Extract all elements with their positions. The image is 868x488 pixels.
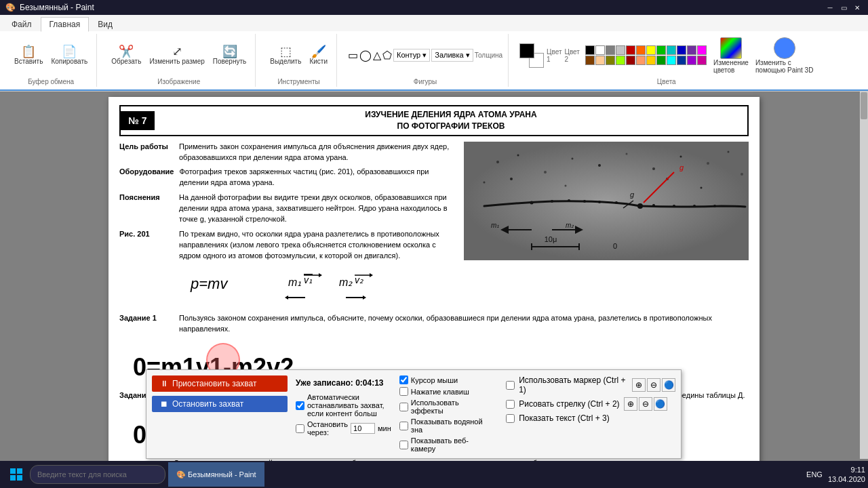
tools-btns: ⬚ Выделить 🖌️ Кисти	[267, 35, 331, 75]
paste-button[interactable]: 📋 Вставить	[11, 43, 46, 67]
pause-capture-button[interactable]: ⏸ Приостановить захват	[152, 375, 288, 392]
taskbar-search-input[interactable]	[30, 465, 165, 484]
color-cyan[interactable]	[667, 56, 676, 65]
fig201-text: По трекам видно, что осколки ядра урана …	[179, 229, 453, 262]
shapes-icon-4[interactable]: ⬠	[382, 49, 392, 62]
svg-point-24	[652, 204, 655, 207]
brushes-button[interactable]: 🖌️ Кисти	[306, 43, 331, 67]
stop-capture-button[interactable]: ⏹ Остановить захват	[152, 396, 288, 412]
shapes-icon-2[interactable]: ◯	[359, 49, 372, 62]
marker-icon-3[interactable]: 🔵	[662, 378, 675, 392]
color-salmon[interactable]	[636, 56, 646, 65]
lab-title-box: № 7 ИЗУЧЕНИЕ ДЕЛЕНИЯ ЯДРА АТОМА УРАНА ПО…	[119, 105, 749, 136]
tab-home[interactable]: Главная	[41, 17, 90, 32]
paint3d-label[interactable]: Изменить спомощью Paint 3D	[755, 59, 813, 74]
keypress-checkbox[interactable]	[399, 387, 408, 396]
color-white[interactable]	[595, 45, 605, 55]
text-checkbox[interactable]	[506, 414, 515, 423]
stop-after-input[interactable]	[351, 423, 375, 434]
color-red[interactable]	[626, 45, 635, 55]
rotate-button[interactable]: 🔄 Повернуть	[210, 43, 250, 67]
color-darkred[interactable]	[626, 56, 635, 65]
thickness-label: Толщина	[475, 52, 502, 59]
color-teal[interactable]	[667, 45, 676, 55]
crop-button[interactable]: ✂️ Обрезать	[108, 43, 144, 67]
color-pink[interactable]	[697, 45, 707, 55]
svg-point-8	[652, 167, 655, 170]
color1-swatch[interactable]	[519, 43, 534, 58]
color-violet[interactable]	[687, 56, 696, 65]
color-black[interactable]	[585, 45, 595, 55]
copy-button[interactable]: 📄 Копировать	[47, 43, 91, 67]
color-beige[interactable]	[595, 56, 605, 65]
fill-btn[interactable]: Заливка ▾	[431, 49, 473, 62]
arrow-checkbox[interactable]	[506, 400, 515, 409]
color-olive[interactable]	[606, 56, 615, 65]
effects-label: Использовать эффекты	[411, 399, 492, 415]
effects-checkbox[interactable]	[399, 403, 408, 411]
color-gray2[interactable]	[616, 45, 625, 55]
scrollbar-thumb-v[interactable]	[861, 92, 867, 119]
edit-colors-label[interactable]: Изменениецветов	[713, 59, 749, 74]
color-purple[interactable]	[687, 45, 696, 55]
color-magenta[interactable]	[697, 56, 707, 65]
resize-button[interactable]: ⤢ Изменить размер	[146, 43, 208, 67]
start-button[interactable]	[3, 462, 30, 487]
svg-point-5	[572, 157, 574, 159]
outline-btn[interactable]: Контур ▾	[393, 49, 430, 62]
arrow-icon-1[interactable]: ⊕	[624, 397, 637, 411]
close-button[interactable]: ✕	[852, 2, 863, 13]
select-button[interactable]: ⬚ Выделить	[267, 43, 304, 67]
arrow-icon-3[interactable]: 🔵	[654, 397, 667, 411]
tab-view[interactable]: Вид	[89, 17, 121, 31]
auto-stop-checkbox[interactable]	[296, 401, 304, 410]
marker-icon-1[interactable]: ⊕	[632, 378, 646, 392]
svg-point-4	[544, 171, 547, 174]
shapes-icon-3[interactable]: △	[373, 49, 381, 62]
svg-text:p=mv: p=mv	[190, 275, 229, 292]
svg-text:0: 0	[613, 242, 617, 250]
ribbon-group-clipboard: 📋 Вставить 📄 Копировать Буфер обмена	[5, 34, 97, 87]
arrow-icon-2[interactable]: ⊖	[639, 397, 652, 411]
stop-after-label: Остановить через:	[307, 420, 348, 436]
webcam-checkbox[interactable]	[399, 441, 408, 449]
task1-text: Пользуясь законом сохранения импульса, о…	[179, 313, 749, 335]
arrow-label: Рисовать стрелку (Ctrl + 2)	[519, 399, 619, 409]
svg-rect-57	[10, 475, 16, 481]
color-orange[interactable]	[636, 45, 646, 55]
capture-right: Курсор мыши Нажатие клавиш Использовать …	[399, 375, 492, 453]
color-gray1[interactable]	[606, 45, 615, 55]
cursor-checkbox[interactable]	[399, 375, 408, 384]
color-blue[interactable]	[677, 45, 686, 55]
scrollbar-vertical[interactable]	[860, 92, 868, 459]
minimize-button[interactable]: ─	[825, 2, 835, 13]
marker-checkbox[interactable]	[506, 381, 515, 390]
titlebar-left: 🎨 Безымянный - Paint	[5, 3, 94, 12]
color-green1[interactable]	[656, 45, 666, 55]
ribbon: Файл Главная Вид 📋 Вставить 📄 Копировать…	[0, 15, 868, 92]
tab-file[interactable]: Файл	[3, 17, 41, 31]
color-gold[interactable]	[646, 56, 656, 65]
paint-taskbar-item[interactable]: 🎨 Безымянный - Paint	[168, 462, 264, 487]
svg-point-13	[510, 178, 513, 180]
marker-icon-2[interactable]: ⊖	[647, 378, 660, 392]
color-lime[interactable]	[616, 56, 625, 65]
svg-point-14	[565, 184, 567, 186]
effects-row: Использовать эффекты	[399, 399, 492, 415]
watermark-label: Показывать водяной зна	[411, 418, 492, 434]
color-navy[interactable]	[677, 56, 686, 65]
cursor-label: Курсор мыши	[411, 376, 458, 384]
stop-after-checkbox[interactable]	[296, 424, 304, 433]
windows-icon	[9, 468, 23, 481]
watermark-checkbox[interactable]	[399, 422, 408, 430]
marker-label: Использовать маркер (Ctrl + 1)	[519, 375, 628, 394]
color-yellow[interactable]	[646, 45, 656, 55]
titlebar-title: Безымянный - Paint	[20, 3, 94, 12]
paste-icon: 📋	[21, 45, 36, 58]
color-brown[interactable]	[585, 56, 595, 65]
color-green2[interactable]	[656, 56, 666, 65]
maximize-button[interactable]: ▭	[838, 2, 849, 13]
svg-point-16	[701, 186, 703, 188]
shapes-icon-1[interactable]: ▭	[348, 49, 358, 62]
text-show-label: Показать текст (Ctrl + 3)	[519, 413, 610, 423]
